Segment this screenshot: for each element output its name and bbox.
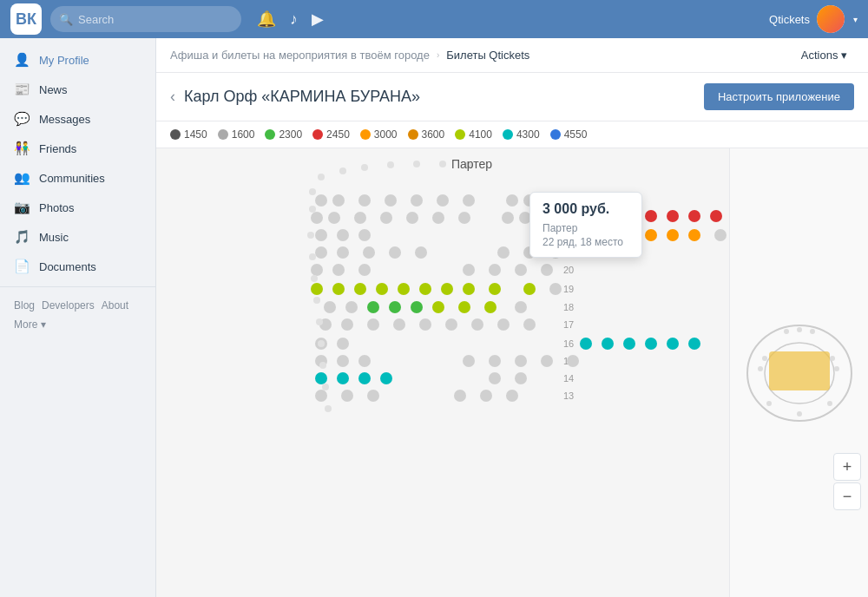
legend-item: 1600 [218, 128, 255, 141]
legend-price: 4550 [564, 128, 588, 141]
messages-icon: 💬 [14, 111, 30, 127]
legend-item: 1450 [170, 128, 207, 141]
legend-dot [503, 129, 513, 140]
breadcrumb-link[interactable]: Афиша и билеты на мероприятия в твоём го… [170, 49, 430, 62]
music-icon[interactable]: ♪ [290, 10, 298, 29]
sidebar: 👤 My Profile 📰 News 💬 Messages 👫 Friends… [0, 38, 156, 597]
svg-point-4 [762, 356, 767, 361]
legend-dot [455, 129, 465, 140]
sidebar-item-profile[interactable]: 👤 My Profile [0, 45, 155, 75]
legend-item: 2300 [265, 128, 302, 141]
search-input[interactable] [50, 6, 241, 32]
legend-price: 2300 [279, 128, 302, 141]
zoom-in-button[interactable]: + [833, 453, 861, 481]
app-header: ‹ Карл Орф «КАРМИНА БУРАНА» Настроить пр… [156, 73, 868, 121]
friends-icon: 👫 [14, 141, 30, 156]
app-title: Карл Орф «КАРМИНА БУРАНА» [184, 88, 420, 106]
vk-logo[interactable]: ВК [10, 3, 42, 35]
sidebar-link-blog[interactable]: Blog [14, 299, 35, 312]
svg-point-7 [797, 327, 802, 332]
svg-point-6 [830, 356, 835, 361]
legend-item: 4300 [503, 128, 540, 141]
svg-point-8 [784, 329, 789, 334]
back-button[interactable]: ‹ [170, 88, 175, 106]
actions-button[interactable]: Actions ▾ [794, 45, 854, 65]
legend-item: 4100 [455, 128, 492, 141]
svg-point-5 [834, 366, 839, 371]
legend-dot [408, 129, 418, 140]
legend-dot [265, 129, 275, 140]
sidebar-link-developers[interactable]: Developers [42, 299, 95, 312]
zoom-out-button[interactable]: − [833, 482, 861, 510]
seats-canvas[interactable] [156, 148, 729, 597]
legend-item: 4550 [550, 128, 588, 141]
sidebar-label-profile: My Profile [39, 54, 89, 67]
sidebar-footer: Blog Developers About More ▾ [0, 292, 155, 338]
svg-point-3 [758, 366, 763, 371]
search-wrap: 🔍 [50, 6, 241, 32]
legend-dot [360, 129, 371, 140]
profile-icon: 👤 [14, 52, 30, 68]
legend-price: 3000 [374, 128, 398, 141]
search-icon: 🔍 [59, 13, 73, 26]
price-legend: 145016002300245030003600410043004550 [156, 121, 868, 148]
breadcrumb-bar: Афиша и билеты на мероприятия в твоём го… [156, 38, 868, 73]
sidebar-label-photos: Photos [39, 201, 74, 214]
more-button[interactable]: More ▾ [14, 318, 46, 331]
chevron-down-icon: ▾ [853, 15, 858, 24]
sidebar-item-news[interactable]: 📰 News [0, 75, 155, 104]
svg-point-12 [797, 411, 802, 417]
main-content: Афиша и билеты на мероприятия в твоём го… [156, 38, 868, 597]
legend-price: 4300 [516, 128, 540, 141]
communities-icon: 👥 [14, 170, 30, 186]
sidebar-link-about[interactable]: About [102, 299, 128, 312]
app-frame: ‹ Карл Орф «КАРМИНА БУРАНА» Настроить пр… [156, 73, 868, 597]
svg-point-11 [827, 401, 832, 406]
breadcrumb-current: Билеты Qtickets [446, 49, 529, 62]
svg-point-9 [810, 329, 815, 334]
bell-icon[interactable]: 🔔 [257, 10, 276, 29]
sidebar-label-documents: Documents [39, 260, 96, 273]
breadcrumb-left: Афиша и билеты на мероприятия в твоём го… [170, 49, 529, 62]
tooltip-zone: Партер [542, 222, 629, 234]
news-icon: 📰 [14, 82, 30, 97]
legend-dot [550, 129, 561, 140]
vk-icon: ВК [16, 10, 36, 29]
sidebar-divider [0, 286, 155, 287]
tooltip-price: 3 000 руб. [542, 201, 629, 217]
sidebar-label-communities: Communities [39, 172, 105, 185]
sidebar-item-communities[interactable]: 👥 Communities [0, 163, 155, 193]
sidebar-item-messages[interactable]: 💬 Messages [0, 104, 155, 134]
legend-price: 1450 [184, 128, 207, 141]
seating-container: Партер 3 000 руб. Партер 22 ряд, 18 мест… [156, 148, 868, 597]
main-layout: 👤 My Profile 📰 News 💬 Messages 👫 Friends… [0, 38, 868, 597]
sidebar-label-messages: Messages [39, 113, 90, 126]
parterre-label: Партер [451, 157, 492, 171]
legend-item: 2450 [312, 128, 350, 141]
sidebar-item-photos[interactable]: 📷 Photos [0, 193, 155, 222]
configure-button[interactable]: Настроить приложение [704, 83, 854, 110]
legend-price: 3600 [422, 128, 445, 141]
sidebar-label-news: News [39, 83, 68, 96]
svg-point-10 [766, 401, 772, 406]
sidebar-item-music[interactable]: 🎵 Music [0, 222, 155, 252]
legend-item: 3600 [408, 128, 445, 141]
legend-price: 2450 [326, 128, 350, 141]
photos-icon: 📷 [14, 200, 30, 215]
sidebar-label-friends: Friends [39, 142, 76, 155]
legend-price: 1600 [232, 128, 255, 141]
seat-tooltip: 3 000 руб. Партер 22 ряд, 18 место [529, 192, 642, 258]
seat-grid: Партер 3 000 руб. Партер 22 ряд, 18 мест… [156, 148, 729, 597]
legend-item: 3000 [360, 128, 398, 141]
music-icon-sidebar: 🎵 [14, 229, 30, 245]
user-area[interactable]: Qtickets ▾ [769, 5, 858, 33]
svg-rect-2 [769, 351, 830, 390]
sidebar-item-friends[interactable]: 👫 Friends [0, 134, 155, 163]
legend-dot [170, 129, 181, 140]
user-avatar [817, 5, 845, 33]
tooltip-seat: 22 ряд, 18 место [542, 236, 629, 248]
video-icon[interactable]: ▶ [312, 10, 324, 29]
breadcrumb-separator: › [437, 50, 439, 60]
nav-icons: 🔔 ♪ ▶ [257, 10, 324, 29]
sidebar-item-documents[interactable]: 📄 Documents [0, 252, 155, 281]
